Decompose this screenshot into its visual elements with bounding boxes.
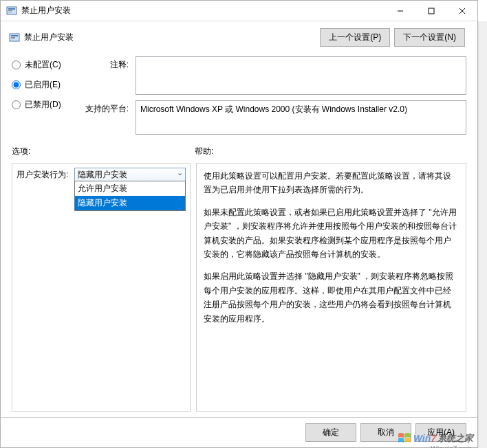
app-icon [6,5,17,16]
lower-section: 用户安装行为: 隐藏用户安装 允许用户安装 隐藏用户安装 使用此策略设置可以配置… [1,160,477,417]
radio-enabled[interactable]: 已启用(E) [12,79,74,91]
ok-button[interactable]: 确定 [305,423,356,442]
config-section: 未配置(C) 已启用(E) 已禁用(D) 注释: 支持的平台: Microsof… [1,54,477,140]
supported-platform-box: Microsoft Windows XP 或 Windows 2000 (安装有… [136,100,466,135]
svg-rect-11 [11,38,15,39]
help-panel: 使用此策略设置可以配置用户安装。若要配置此策略设置，请将其设置为已启用并使用下拉… [196,163,466,412]
policy-editor-window: 禁止用户安装 禁止用户安装 上一个设置(P) 下一个设置(N) 未配置(C) 已… [0,0,478,448]
close-button[interactable] [446,1,477,21]
radio-disabled-label: 已禁用(D) [25,99,61,111]
next-setting-button[interactable]: 下一个设置(N) [394,28,465,47]
previous-setting-button[interactable]: 上一个设置(P) [320,28,390,47]
bottom-bar: 确定 取消 应用(A) Win7 系统之家 Winwin7.com [1,417,477,447]
svg-rect-9 [11,35,18,36]
titlebar: 禁止用户安装 [1,1,477,21]
radio-not-configured[interactable]: 未配置(C) [12,59,74,71]
svg-rect-10 [11,37,15,38]
radio-disabled-input[interactable] [12,100,21,109]
behavior-dropdown-list: 允许用户安装 隐藏用户安装 [74,181,186,211]
comment-label: 注释: [80,56,129,95]
dropdown-item-hide[interactable]: 隐藏用户安装 [75,196,185,210]
svg-rect-2 [8,10,12,11]
svg-rect-3 [8,12,12,12]
policy-icon [9,32,20,43]
comment-textarea[interactable] [136,56,466,95]
watermark-url: Winwin7.com [431,445,472,448]
cancel-button[interactable]: 取消 [360,423,411,442]
maximize-button[interactable] [415,1,446,21]
minimize-button[interactable] [385,1,415,21]
help-paragraph-2: 如果未配置此策略设置，或者如果已启用此策略设置并选择了 "允许用户安装" ，则安… [204,205,459,262]
radio-enabled-input[interactable] [12,80,21,89]
radio-disabled[interactable]: 已禁用(D) [12,99,74,111]
dropdown-item-allow[interactable]: 允许用户安装 [75,181,185,196]
section-labels: 选项: 帮助: [1,140,477,160]
behavior-combobox[interactable]: 隐藏用户安装 [74,168,186,181]
header-row: 禁止用户安装 上一个设置(P) 下一个设置(N) [1,21,477,54]
help-section-label: 帮助: [195,146,213,157]
radio-enabled-label: 已启用(E) [25,79,61,91]
window-title: 禁止用户安装 [21,5,385,16]
apply-button[interactable]: 应用(A) [415,423,466,442]
svg-rect-5 [429,8,434,14]
outer-scrollbar[interactable] [478,21,487,448]
help-paragraph-1: 使用此策略设置可以配置用户安装。若要配置此策略设置，请将其设置为已启用并使用下拉… [204,169,459,197]
platform-label: 支持的平台: [80,100,129,135]
help-paragraph-3: 如果启用此策略设置并选择 "隐藏用户安装" ，则安装程序将忽略按照每个用户安装的… [204,269,459,326]
options-panel: 用户安装行为: 隐藏用户安装 允许用户安装 隐藏用户安装 [12,163,191,412]
svg-rect-1 [8,8,15,10]
behavior-selected-value: 隐藏用户安装 [78,169,127,181]
state-radio-group: 未配置(C) 已启用(E) 已禁用(D) [12,56,74,135]
radio-not-configured-input[interactable] [12,60,21,69]
behavior-label: 用户安装行为: [17,169,70,181]
policy-title: 禁止用户安装 [24,32,320,43]
options-section-label: 选项: [12,146,195,157]
radio-not-configured-label: 未配置(C) [25,59,61,71]
